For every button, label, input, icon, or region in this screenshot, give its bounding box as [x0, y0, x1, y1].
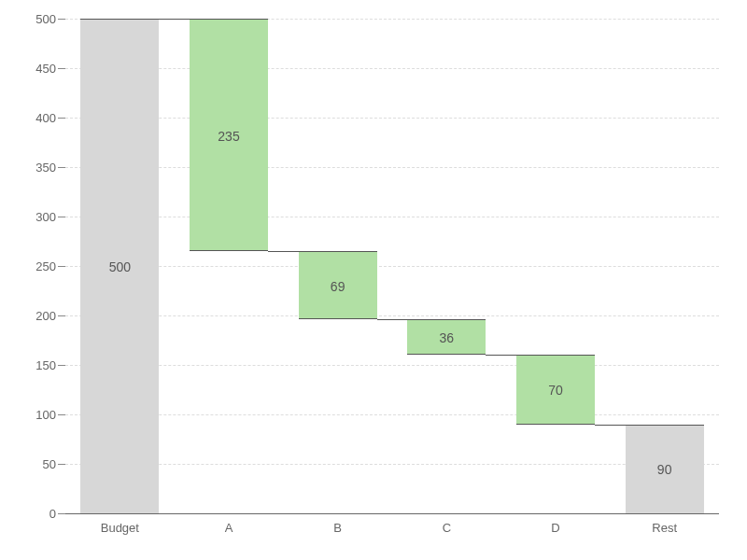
y-tick-label: 100 [9, 408, 56, 422]
y-tick-label: 150 [9, 358, 56, 372]
y-tick-mark [58, 68, 65, 69]
x-tick-label: Rest [652, 521, 677, 535]
connector [268, 251, 299, 252]
gridline [65, 266, 719, 267]
bar-c: 36 [407, 319, 486, 355]
y-tick-mark [58, 365, 65, 366]
connector [377, 319, 408, 320]
bar-rest: 90 [626, 425, 704, 513]
y-tick-label: 450 [9, 62, 56, 76]
bar-label: 36 [407, 330, 486, 345]
y-tick-mark [58, 19, 65, 20]
y-tick-label: 0 [9, 507, 56, 521]
y-tick-mark [58, 217, 65, 217]
connector [595, 425, 626, 426]
y-tick-mark [58, 414, 65, 415]
gridline [65, 118, 719, 119]
waterfall-chart: 50023569367090 0501001502002503003504004… [0, 0, 747, 560]
bar-a: 235 [190, 19, 268, 251]
gridline [65, 365, 719, 366]
y-tick-label: 500 [9, 12, 56, 26]
y-tick-label: 200 [9, 309, 56, 323]
y-tick-label: 300 [9, 210, 56, 224]
x-tick-label: A [225, 521, 233, 535]
x-tick-label: B [333, 521, 342, 535]
gridline [65, 315, 719, 316]
bar-label: 69 [299, 279, 377, 294]
plot-area: 50023569367090 [65, 19, 719, 514]
y-tick-label: 350 [9, 161, 56, 175]
x-tick-label: Budget [101, 521, 139, 535]
y-tick-mark [58, 513, 65, 514]
x-tick-label: D [551, 521, 559, 535]
bar-label: 500 [80, 259, 159, 274]
gridline [65, 68, 719, 69]
y-tick-label: 250 [9, 259, 56, 273]
gridline [65, 464, 719, 465]
bar-b: 69 [299, 251, 377, 319]
gridline [65, 513, 719, 514]
gridline [65, 167, 719, 168]
gridline [65, 217, 719, 217]
y-tick-mark [58, 118, 65, 119]
y-tick-label: 50 [9, 457, 56, 471]
x-tick-label: C [443, 521, 451, 535]
y-tick-mark [58, 464, 65, 465]
y-tick-label: 400 [9, 111, 56, 125]
bar-label: 70 [516, 383, 595, 398]
bar-label: 235 [190, 129, 268, 144]
bar-label: 90 [626, 462, 704, 477]
connector [159, 19, 190, 20]
y-tick-mark [58, 315, 65, 316]
connector [486, 355, 516, 356]
gridline [65, 414, 719, 415]
bar-d: 70 [516, 355, 595, 424]
y-tick-mark [58, 266, 65, 267]
bar-budget: 500 [80, 19, 159, 513]
y-tick-mark [58, 167, 65, 168]
